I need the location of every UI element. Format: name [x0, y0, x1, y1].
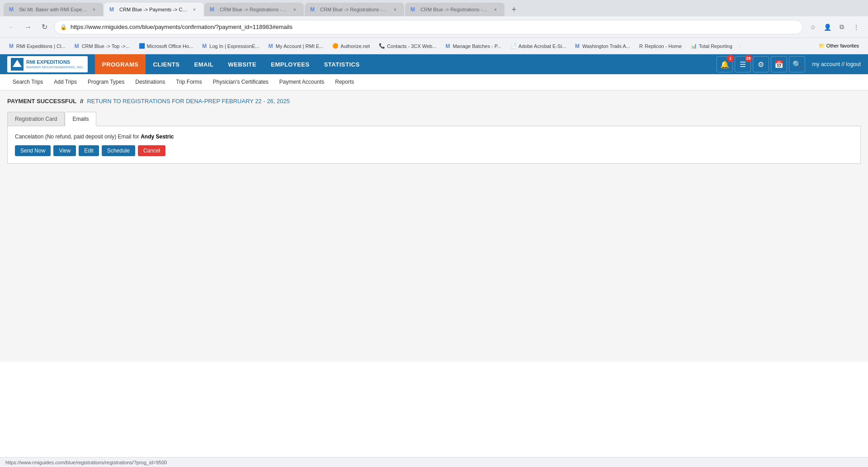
payment-header: PAYMENT SUCCESSFUL // RETURN TO REGISTRA…	[7, 98, 861, 105]
bookmark-favicon-office: 🟦	[139, 43, 145, 49]
bookmark-favicon-rmi: M	[9, 43, 14, 49]
bookmark-label-replicon: Replicon - Home	[645, 43, 682, 49]
tab-favicon-5: M	[410, 6, 417, 13]
bookmark-label-myaccount: My Account | RMI E...	[276, 43, 324, 49]
calendar-icon-button[interactable]: 📅	[771, 56, 787, 72]
browser-tab-5[interactable]: M CRM Blue -> Registrations -> Re... ×	[405, 3, 505, 16]
tab-title-4: CRM Blue -> Registrations -> Re...	[320, 7, 389, 12]
bookmark-crm-top[interactable]: M CRM Blue -> Top ->...	[71, 41, 133, 51]
bookmark-manage-batches[interactable]: M Manage Batches - P...	[442, 41, 505, 51]
subnav-payment-accounts[interactable]: Payment Accounts	[274, 74, 330, 91]
bookmark-total-reporting[interactable]: 📊 Total Reporting	[687, 41, 736, 51]
edit-button[interactable]: Edit	[79, 145, 99, 156]
bookmark-favicon-3cx: 📞	[379, 43, 385, 49]
app-logo: RMI EXPEDITIONS RAINIER MOUNTAINEERING, …	[7, 56, 88, 72]
app-nav: RMI EXPEDITIONS RAINIER MOUNTAINEERING, …	[0, 54, 868, 74]
tab-close-5[interactable]: ×	[492, 6, 499, 13]
bookmark-3cx[interactable]: 📞 Contacts - 3CX Web...	[375, 41, 440, 51]
return-to-registrations-link[interactable]: RETURN TO REGISTRATIONS FOR DENA-PREP FE…	[87, 98, 290, 105]
nav-website[interactable]: WEBSITE	[221, 54, 264, 74]
send-now-button[interactable]: Send Now	[15, 145, 51, 156]
bookmark-expressionengine[interactable]: M Log In | ExpressionE...	[198, 41, 263, 51]
address-bar[interactable]: 🔒 https://www.rmiguides.com/blue/payment…	[54, 20, 803, 34]
logo-subtitle: RAINIER MOUNTAINEERING, INC.	[26, 65, 84, 69]
email-action-buttons: Send Now View Edit Schedule Cancel	[15, 145, 853, 156]
schedule-button[interactable]: Schedule	[102, 145, 135, 156]
list-icon-button[interactable]: ☰ 29	[735, 56, 751, 72]
nav-clients[interactable]: CLIENTS	[146, 54, 187, 74]
subnav-program-types[interactable]: Program Types	[82, 74, 130, 91]
bookmark-label-adobe: Adobe Acrobat E-Si...	[519, 43, 566, 49]
address-text: https://www.rmiguides.com/blue/payments/…	[71, 24, 797, 30]
gear-icon-button[interactable]: ⚙	[753, 56, 769, 72]
payment-status-text: PAYMENT SUCCESSFUL	[7, 98, 76, 105]
bookmark-washington-trails[interactable]: M Washington Trails A...	[571, 41, 634, 51]
bookmark-adobe[interactable]: 📄 Adobe Acrobat E-Si...	[507, 41, 570, 51]
browser-tab-3[interactable]: M CRM Blue -> Registrations -> Ed... ×	[204, 3, 304, 16]
browser-actions: ☆ 👤 ⧉ ⋮	[807, 21, 863, 33]
cancel-button[interactable]: Cancel	[138, 145, 165, 156]
new-tab-button[interactable]: +	[507, 3, 521, 16]
bell-icon-button[interactable]: 🔔 1	[717, 56, 733, 72]
bookmark-myaccount-rmi[interactable]: M My Account | RMI E...	[265, 41, 327, 51]
search-icon-button[interactable]: 🔍	[789, 56, 805, 72]
back-button[interactable]: ←	[5, 21, 18, 33]
tab-bar: M Ski Mt. Baker with RMI Expediti... × M…	[0, 0, 868, 16]
nav-statistics[interactable]: STATISTICS	[317, 54, 367, 74]
profile-icon[interactable]: 👤	[821, 21, 834, 33]
bookmark-favicon-auth: 🟠	[332, 43, 339, 49]
email-list-item: Cancelation (No refund, paid deposit onl…	[15, 133, 853, 140]
reload-button[interactable]: ↻	[38, 21, 51, 33]
bookmarks-folder[interactable]: 📁 Other favorites	[815, 41, 863, 51]
bookmark-rmi[interactable]: M RMI Expeditions | Cl...	[5, 41, 69, 51]
subnav-add-trips[interactable]: Add Trips	[48, 74, 82, 91]
browser-tab-1[interactable]: M Ski Mt. Baker with RMI Expediti... ×	[4, 3, 103, 16]
tab-registration-card[interactable]: Registration Card	[7, 112, 65, 126]
tab-favicon-3: M	[210, 6, 216, 13]
app-content: RMI EXPEDITIONS RAINIER MOUNTAINEERING, …	[0, 54, 868, 467]
subnav-search-trips[interactable]: Search Trips	[7, 74, 48, 91]
subnav-trip-forms[interactable]: Trip Forms	[170, 74, 208, 91]
tab-favicon-4: M	[310, 6, 316, 13]
tab-title-1: Ski Mt. Baker with RMI Expediti...	[19, 7, 88, 12]
bookmark-label-crm-top: CRM Blue -> Top ->...	[82, 43, 130, 49]
bookmark-label-batches: Manage Batches - P...	[453, 43, 501, 49]
bookmark-favicon-myaccount: M	[269, 43, 273, 49]
sub-nav: Search Trips Add Trips Program Types Des…	[0, 74, 868, 91]
bookmark-label-reporting: Total Reporting	[699, 43, 732, 49]
view-button[interactable]: View	[53, 145, 76, 156]
browser-tab-4[interactable]: M CRM Blue -> Registrations -> Re... ×	[305, 3, 404, 16]
subnav-destinations[interactable]: Destinations	[130, 74, 170, 91]
bookmark-authorize[interactable]: 🟠 Authorize.net	[329, 41, 373, 51]
more-options-icon[interactable]: ⋮	[850, 21, 863, 33]
bookmark-favicon-adobe: 📄	[510, 43, 517, 49]
tab-close-3[interactable]: ×	[291, 6, 298, 13]
subnav-physician-certs[interactable]: Physician's Certificates	[208, 74, 274, 91]
bookmark-replicon[interactable]: R Replicon - Home	[636, 42, 685, 51]
bookmarks-bar: M RMI Expeditions | Cl... M CRM Blue -> …	[0, 38, 868, 54]
tab-close-2[interactable]: ×	[191, 6, 198, 13]
browser-tab-2[interactable]: M CRM Blue -> Payments -> Confir... ×	[104, 3, 203, 16]
page-content: PAYMENT SUCCESSFUL // RETURN TO REGISTRA…	[0, 91, 868, 362]
bookmark-label-3cx: Contacts - 3CX Web...	[387, 43, 436, 49]
bookmark-office[interactable]: 🟦 Microsoft Office Ho...	[135, 41, 197, 51]
bookmark-label-office: Microsoft Office Ho...	[147, 43, 193, 49]
bookmark-favicon-batches: M	[445, 43, 450, 49]
email-panel: Cancelation (No refund, paid deposit onl…	[7, 126, 861, 164]
extensions-icon[interactable]: ⧉	[835, 21, 848, 33]
email-description-prefix: Cancelation (No refund, paid deposit onl…	[15, 133, 141, 140]
nav-email[interactable]: EMAIL	[187, 54, 221, 74]
forward-button[interactable]: →	[22, 21, 34, 33]
bookmarks-star-icon[interactable]: ☆	[807, 21, 819, 33]
bookmark-favicon-crm-top: M	[75, 43, 79, 49]
nav-employees[interactable]: EMPLOYEES	[264, 54, 316, 74]
logo-icon	[11, 58, 24, 71]
tab-emails[interactable]: Emails	[65, 112, 96, 126]
list-badge: 29	[745, 55, 752, 62]
subnav-reports[interactable]: Reports	[330, 74, 359, 91]
nav-programs[interactable]: PROGRAMS	[95, 54, 146, 74]
tab-close-1[interactable]: ×	[90, 6, 98, 13]
bookmark-favicon-reporting: 📊	[691, 43, 697, 49]
tab-close-4[interactable]: ×	[392, 6, 399, 13]
bookmark-label-auth: Authorize.net	[340, 43, 370, 49]
